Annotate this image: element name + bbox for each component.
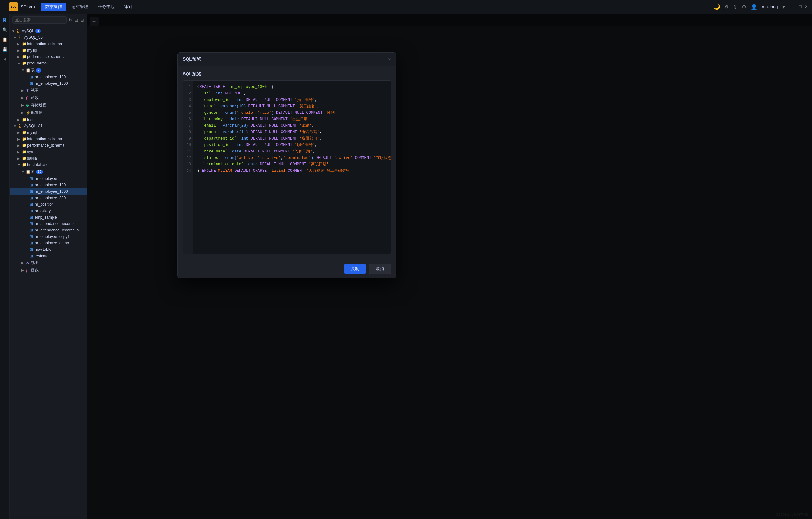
sql-line-3: `employee_id` int DEFAULT NULL COMMENT '… [197, 97, 387, 103]
tree-item-hr-employee-100[interactable]: ⊞ hr_employee_100 [10, 74, 87, 80]
tree-item-hr-employee-1300[interactable]: ⊞ hr_employee_1300 [10, 80, 87, 87]
tree-item-hr-views[interactable]: ▶ 👁 视图 [10, 259, 87, 267]
tree-item-mysql56[interactable]: ▼ 🗄 MySQL_56 [10, 34, 87, 40]
tree-content: ▼ 🗄 MySQL 3 ▼ 🗄 MySQL_56 ▶ 📁 information… [10, 26, 87, 519]
tree-label: prod_demo [27, 61, 47, 65]
sidebar-icon-history[interactable]: 📋 [1, 35, 9, 43]
tree-item-hr-employee[interactable]: ⊞ hr_employee [10, 175, 87, 182]
tree-label: 视图 [31, 88, 39, 93]
filter-icon[interactable]: ⊟ [75, 18, 78, 23]
content-area: + SQL预览 × SQL预览 12345 678910 11121314 [87, 13, 812, 519]
search-input[interactable] [12, 17, 67, 24]
arrow-icon: ▼ [18, 61, 22, 65]
settings-icon[interactable]: ⚙ [742, 4, 746, 10]
tree-item-hr-attendance-s[interactable]: ⊞ hr_attendance_records_s [10, 227, 87, 234]
tree-item-mysql-root[interactable]: ▼ 🗄 MySQL 3 [10, 28, 87, 34]
tree-item-hr-attendance[interactable]: ⊞ hr_attendance_records [10, 220, 87, 227]
close-icon[interactable]: ✕ [804, 4, 808, 9]
tree-item-mysql81-info[interactable]: ▶ 📁 information_schema [10, 136, 87, 142]
tree-toolbar: ↻ ⊟ ⊞ [10, 13, 87, 26]
moon-icon[interactable]: 🌙 [714, 4, 720, 10]
db-icon: 🗄 [16, 29, 21, 33]
tree-item-hr-position[interactable]: ⊞ hr_position [10, 201, 87, 208]
tree-item-hr-employee-1300b[interactable]: ⊞ hr_employee_1300 [10, 188, 87, 195]
folder-icon: 📁 [22, 61, 27, 65]
tree-item-hr-database[interactable]: ▼ 📁 hr_database [10, 162, 87, 168]
table-icon: ⊞ [30, 189, 35, 194]
folder-icon: 📋 [26, 169, 31, 174]
tree-item-emp-sample[interactable]: ⊞ emp_sample [10, 214, 87, 220]
sidebar-icon-save[interactable]: 💾 [1, 45, 9, 53]
folder-icon: 📁 [22, 42, 27, 46]
tree-item-triggers-folder[interactable]: ▶ ⚡ 触发器 [10, 109, 87, 116]
nav-item-ops-mgmt[interactable]: 运维管理 [67, 3, 93, 11]
arrow-icon: ▶ [18, 150, 22, 154]
tree-item-perf-schema[interactable]: ▶ 📁 performance_schema [10, 54, 87, 60]
tree-item-hr-employee-100b[interactable]: ⊞ hr_employee_100 [10, 182, 87, 188]
tree-item-functions-folder[interactable]: ▶ ƒ 函数 [10, 94, 87, 102]
arrow-icon: ▶ [18, 137, 22, 141]
tree-item-test[interactable]: ▶ 📁 test [10, 116, 87, 123]
tree-item-tables-folder[interactable]: ▼ 📋 表 2 [10, 66, 87, 74]
sidebar-icon-expand[interactable]: ◀ [1, 55, 9, 62]
tree-item-mysql81-perf[interactable]: ▶ 📁 performance_schema [10, 142, 87, 148]
tree-item-prod-demo[interactable]: ▼ 📁 prod_demo [10, 60, 87, 66]
tree-item-mysql81[interactable]: ▼ 🗄 MySQL_81 [10, 123, 87, 129]
dialog-close-button[interactable]: × [388, 56, 391, 62]
folder-icon: 📁 [22, 162, 27, 167]
tree-item-hr-functions[interactable]: ▶ ƒ 函数 [10, 267, 87, 274]
copy-button[interactable]: 复制 [344, 264, 366, 274]
table-icon: ⊞ [30, 75, 35, 79]
sql-line-7: `email` varchar(28) DEFAULT NULL COMMENT… [197, 122, 387, 129]
tree-item-new-table[interactable]: ⊞ new table [10, 246, 87, 253]
nav-item-task-center[interactable]: 任务中心 [93, 3, 119, 11]
table-icon: ⊞ [30, 209, 35, 213]
tree-item-mysql81-sys[interactable]: ▶ 📁 sys [10, 148, 87, 155]
toggle-icon[interactable]: ⚙ [725, 4, 729, 9]
chevron-down-icon[interactable]: ▾ [782, 4, 785, 10]
tree-label: sakila [27, 156, 37, 161]
tree-item-hr-employee-300[interactable]: ⊞ hr_employee_300 [10, 195, 87, 201]
tree-item-info-schema[interactable]: ▶ 📁 information_schema [10, 40, 87, 47]
tree-label: 表 [31, 67, 35, 73]
sidebar-icon-database[interactable]: 🗄 [1, 16, 9, 24]
tree-item-hr-employee-copy1[interactable]: ⊞ hr_employee_copy1 [10, 234, 87, 240]
arrow-icon: ▶ [18, 55, 22, 59]
nav-item-audit[interactable]: 审计 [120, 3, 137, 11]
tree-label: hr_employee [35, 176, 57, 181]
share-icon[interactable]: ⇧ [733, 4, 737, 10]
arrow-icon: ▶ [21, 96, 26, 100]
func-icon: ƒ [26, 268, 31, 273]
cancel-button[interactable]: 取消 [369, 264, 391, 274]
arrow-icon: ▶ [21, 261, 26, 265]
minimize-icon[interactable]: — [792, 4, 796, 9]
tree-item-testdata[interactable]: ⊞ testdata [10, 253, 87, 259]
tree-label: mysql [27, 130, 37, 135]
user-icon[interactable]: 👤 [751, 4, 757, 10]
tree-item-hr-salary[interactable]: ⊞ hr_salary [10, 208, 87, 214]
proc-icon: ⚙ [26, 103, 31, 108]
folder-icon: 📁 [22, 130, 27, 135]
tree-item-views-folder[interactable]: ▶ 👁 视图 [10, 87, 87, 94]
badge: 3 [35, 29, 40, 33]
expand-icon[interactable]: ⊞ [80, 18, 84, 23]
tree-item-hr-tables[interactable]: ▼ 📋 表 13 [10, 168, 87, 175]
tree-item-hr-employee-demo[interactable]: ⊞ hr_employee_demo [10, 240, 87, 246]
arrow-icon: ▶ [18, 144, 22, 147]
tree-label: performance_schema [27, 54, 64, 59]
nav-item-data-ops[interactable]: 数据操作 [40, 3, 66, 11]
titlebar-right: 🌙 ⚙ ⇧ ⚙ 👤 maicong ▾ — □ ✕ [714, 4, 808, 10]
tree-item-mysql81-sakila[interactable]: ▶ 📁 sakila [10, 155, 87, 162]
tree-label: sys [27, 149, 33, 154]
tree-item-mysql81-mysql[interactable]: ▶ 📁 mysql [10, 129, 87, 136]
line-numbers: 12345 678910 11121314 [183, 81, 193, 254]
sql-line-11: `hire_date` date DEFAULT NULL COMMENT '入… [197, 148, 387, 155]
sql-line-14: ) ENGINE=MyISAM DEFAULT CHARSET=latin1 C… [197, 168, 387, 174]
folder-icon: 📁 [22, 117, 27, 122]
tree-item-procedures-folder[interactable]: ▶ ⚙ 存储过程 [10, 102, 87, 109]
sidebar-icon-search[interactable]: 🔍 [1, 26, 9, 33]
maximize-icon[interactable]: □ [799, 4, 802, 9]
tree-label: 函数 [31, 268, 39, 273]
tree-item-mysql[interactable]: ▶ 📁 mysql [10, 47, 87, 54]
refresh-icon[interactable]: ↻ [69, 18, 72, 23]
